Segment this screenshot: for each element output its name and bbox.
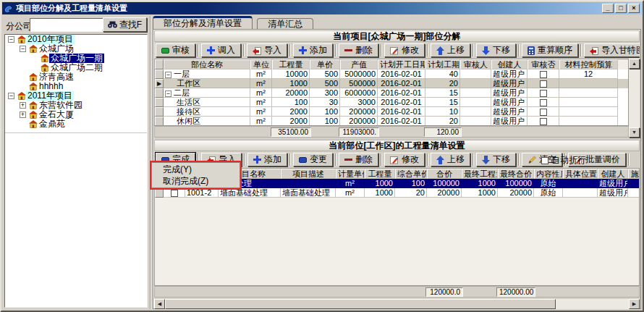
delete-button-label: 删除 (355, 44, 373, 56)
tree-item[interactable]: −2010年项目 (5, 35, 147, 44)
checkbox[interactable] (540, 109, 547, 116)
column-header[interactable]: 创建人 (598, 169, 628, 179)
checkbox[interactable] (540, 118, 547, 125)
upper-grid[interactable]: 部位名称单位工程量单价产值计划开工日期计划工期审核人创建人审核否材料控制预算−一… (154, 59, 629, 126)
cell: m² (250, 98, 272, 107)
scroll-right-icon[interactable]: ▶ (629, 299, 640, 309)
grid-row[interactable]: 接待区m²20001002000002016-02-0110超级用户 (155, 107, 628, 117)
checkbox[interactable] (540, 99, 547, 106)
add-item-button[interactable]: 添加 (247, 153, 287, 166)
tree-item[interactable]: 众城广场二期 (5, 63, 147, 72)
column-header[interactable]: 最终合价 (498, 169, 534, 179)
column-header[interactable]: 审核否 (528, 59, 559, 69)
expander-minus-icon[interactable]: − (8, 93, 14, 99)
tree-item[interactable]: 济青高速 (5, 72, 147, 82)
menu-item-cancel-complete[interactable]: 取消完成(Z) (153, 175, 239, 187)
restore-button[interactable]: □ (615, 4, 627, 13)
total-box: 120000.0 (425, 287, 463, 297)
change-button[interactable]: 变更 (293, 153, 333, 166)
audit-button[interactable]: 审核 (156, 43, 195, 57)
column-header[interactable]: 项目描述 (281, 169, 336, 179)
column-header[interactable]: 部位名称 (164, 59, 250, 69)
tree-item[interactable]: +金石大厦 (5, 110, 147, 119)
tree-item[interactable]: 金鼎苑 (5, 119, 147, 129)
scrollbar-track[interactable] (556, 299, 629, 309)
load-in-button[interactable]: 调入 (201, 43, 241, 57)
tab-part-breakdown[interactable]: 部位分解及清单设置 (153, 16, 253, 29)
house-icon (29, 73, 38, 81)
expander-minus-icon[interactable]: − (165, 72, 171, 78)
expander-plus-icon[interactable]: + (20, 102, 26, 109)
vertical-scrollbar[interactable]: ▲ ▼ (629, 59, 640, 138)
autowrap-checkbox-field[interactable]: 自动折行 (541, 154, 586, 166)
close-button[interactable]: × (628, 4, 640, 13)
checkbox[interactable] (540, 80, 547, 88)
branch-combobox[interactable]: ▼ (30, 18, 114, 32)
expander-minus-icon[interactable]: − (165, 90, 171, 97)
scroll-up-icon[interactable]: ▲ (629, 59, 640, 69)
menu-item-complete[interactable]: 完成(Y) (153, 164, 239, 175)
expander-minus-icon[interactable]: − (8, 36, 14, 43)
expander-minus-icon[interactable]: − (20, 46, 26, 52)
item-up-button[interactable]: 上移 (431, 153, 470, 166)
grid-row[interactable]: ▶工作区m²10005005000002016-02-0120超级用户 (155, 79, 628, 88)
delete-button[interactable]: 删除 (339, 43, 378, 57)
column-header[interactable]: 施工人 (628, 169, 640, 179)
column-header[interactable]: 计划开工日期 (378, 59, 425, 69)
column-header[interactable]: 单价 (310, 59, 340, 69)
horizontal-scrollbar[interactable]: ◀ ▶ (154, 299, 640, 309)
modify-item-button[interactable]: 修改 (384, 153, 425, 166)
column-header[interactable]: 最终工程量 (462, 169, 498, 179)
checkbox[interactable] (540, 71, 547, 78)
cell (528, 79, 559, 88)
cell: m² (250, 79, 272, 88)
scroll-down-icon[interactable]: ▼ (629, 127, 640, 138)
import-button[interactable]: 导入 (247, 43, 287, 57)
find-button[interactable]: 查找F (103, 17, 147, 32)
column-header[interactable]: 产值 (340, 59, 378, 69)
column-header[interactable]: 合价 (427, 169, 462, 179)
autowrap-checkbox[interactable] (541, 157, 548, 164)
column-header[interactable]: 工程量 (272, 59, 310, 69)
move-up-button[interactable]: 上移 (431, 43, 470, 57)
grid-row[interactable]: 生活区m²1003030002016-02-0115超级用户 (155, 98, 628, 107)
grid-row[interactable]: 休闲区m²20001002000002016-02-0120超级用户 (155, 117, 628, 126)
branch-label: 分公司 (6, 20, 32, 33)
column-header[interactable]: 综合单价 (395, 169, 427, 179)
expander-plus-icon[interactable]: + (20, 111, 26, 118)
cell: 20000 (498, 188, 534, 198)
column-header[interactable]: 材料控制预算 (559, 59, 618, 69)
minimize-button[interactable]: _ (602, 4, 614, 13)
column-header[interactable]: 计量单位 (336, 169, 365, 179)
column-header[interactable]: 具体位置 (563, 169, 598, 179)
column-header[interactable]: 审核人 (460, 59, 491, 69)
cell: m² (250, 88, 272, 98)
cell (460, 88, 491, 98)
delete-item-button[interactable]: 删除 (339, 153, 378, 166)
column-header[interactable]: 计划工期 (425, 59, 460, 69)
column-header[interactable]: 工程量 (365, 169, 395, 179)
scroll-left-icon[interactable]: ◀ (154, 299, 165, 309)
tree-item[interactable]: hhhhh (5, 82, 147, 91)
recalc-order-button[interactable]: 重算顺序 (522, 43, 578, 57)
column-header[interactable]: 创建人 (491, 59, 528, 69)
import-gantt-excel-button[interactable]: 导入甘特图Excel (584, 43, 640, 57)
grid-row[interactable]: −二层m²2000030060000002016-02-0115超级用户 (155, 88, 628, 98)
cell: −二层 (164, 88, 250, 98)
toolbar-separator (473, 44, 474, 56)
cell: 超级用户 (491, 88, 528, 98)
cell (563, 179, 598, 188)
checkbox[interactable] (540, 90, 547, 97)
column-header[interactable]: 内容性质 (534, 169, 563, 179)
column-header[interactable]: 单位 (250, 59, 272, 69)
item-down-button[interactable]: 下移 (476, 153, 516, 166)
title-bar[interactable]: 项目部位分解及工程量清单设置 _ □ × (2, 2, 642, 14)
checkbox[interactable] (171, 190, 178, 197)
scrollbar-thumb[interactable] (165, 299, 556, 309)
move-down-button[interactable]: 下移 (476, 43, 516, 57)
grid-row[interactable]: −一层m²1000050050000002016-02-0140超级用户12 (155, 69, 628, 79)
add-button[interactable]: 添加 (293, 43, 333, 57)
modify-button[interactable]: 修改 (384, 43, 425, 57)
tree-item[interactable]: +东营软件园 (5, 101, 147, 110)
row-indicator (155, 117, 164, 126)
